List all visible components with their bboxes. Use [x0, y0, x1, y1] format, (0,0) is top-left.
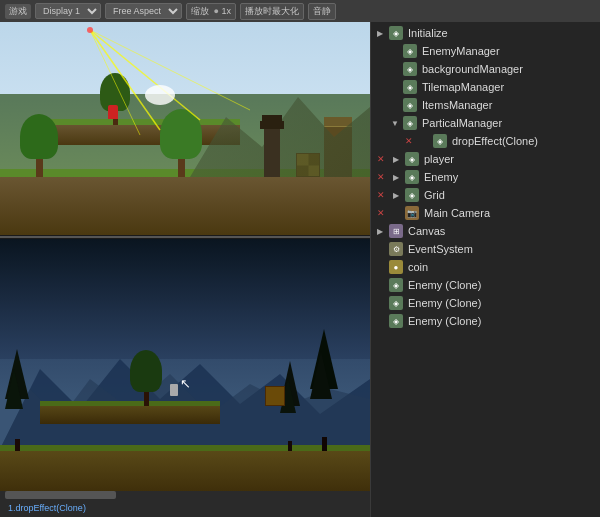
svg-line-0 — [90, 30, 200, 120]
hierarchy-item-enemy[interactable]: ✕ ▶ ◈ Enemy — [371, 168, 600, 186]
hierarchy-item-eventsystem[interactable]: ⚙ EventSystem — [371, 240, 600, 258]
item-icon-enemy_clone3: ◈ — [389, 314, 403, 328]
item-icon-grid: ◈ — [405, 188, 419, 202]
item-icon-enemy_clone1: ◈ — [389, 278, 403, 292]
scene-pagoda — [264, 127, 280, 177]
item-label-enemy_clone3: Enemy (Clone) — [408, 315, 481, 327]
item-icon-enemy: ◈ — [405, 170, 419, 184]
item-label-tilemapmanager: TilemapManager — [422, 81, 504, 93]
item-icon-initialize: ◈ — [389, 26, 403, 40]
x-icon-enemy: ✕ — [377, 172, 389, 182]
game-crate — [265, 386, 285, 406]
hierarchy-item-coin[interactable]: ● coin — [371, 258, 600, 276]
hierarchy-item-player[interactable]: ✕ ▶ ◈ player — [371, 150, 600, 168]
x-icon-player: ✕ — [377, 154, 389, 164]
hierarchy-item-tilemapmanager[interactable]: ◈ TilemapManager — [371, 78, 600, 96]
svg-line-1 — [90, 30, 160, 130]
item-icon-player: ◈ — [405, 152, 419, 166]
hierarchy-item-canvas[interactable]: ▶ ⊞ Canvas — [371, 222, 600, 240]
scene-cloud-effect — [145, 85, 175, 105]
hierarchy-item-grid[interactable]: ✕ ▶ ◈ Grid — [371, 186, 600, 204]
game-cursor: ↖ — [180, 376, 191, 391]
item-icon-canvas: ⊞ — [389, 224, 403, 238]
hierarchy-body: ▶ ◈ Initialize ◈ EnemyManager ◈ backgrou… — [371, 22, 600, 517]
item-label-player: player — [424, 153, 454, 165]
hierarchy-item-particalmanager[interactable]: ▼ ◈ ParticalManager — [371, 114, 600, 132]
display-select[interactable]: Display 1 — [35, 3, 101, 19]
item-label-initialize: Initialize — [408, 27, 448, 39]
item-icon-eventsystem: ⚙ — [389, 242, 403, 256]
hierarchy-item-enemymanager[interactable]: ◈ EnemyManager — [371, 42, 600, 60]
item-label-canvas: Canvas — [408, 225, 445, 237]
zoom-btn[interactable]: 缩放 ● 1x — [186, 3, 236, 20]
game-tree-2 — [280, 361, 300, 451]
item-icon-coin: ● — [389, 260, 403, 274]
left-panel: 场景 2D 灯光 音频 特效 叠加 ⋮ — [0, 0, 370, 517]
item-label-enemy: Enemy — [424, 171, 458, 183]
game-player — [170, 384, 178, 396]
item-label-grid: Grid — [424, 189, 445, 201]
main-layout: 场景 2D 灯光 音频 特效 叠加 ⋮ — [0, 0, 600, 517]
game-tree-1 — [5, 349, 29, 451]
mute-btn[interactable]: 音静 — [308, 3, 336, 20]
hierarchy-item-enemy_clone1[interactable]: ◈ Enemy (Clone) — [371, 276, 600, 294]
x-icon-maincamera: ✕ — [377, 208, 389, 218]
game-platform-tree — [130, 350, 162, 406]
item-label-itemsmanager: ItemsManager — [422, 99, 492, 111]
item-icon-enemy_clone2: ◈ — [389, 296, 403, 310]
item-label-dropeffectclone: dropEffect(Clone) — [452, 135, 538, 147]
scene-bg — [0, 0, 370, 235]
svg-line-3 — [90, 30, 140, 135]
item-icon-backgroundmanager: ◈ — [403, 62, 417, 76]
x-icon-dropeffectclone: ✕ — [405, 136, 417, 146]
playmax-btn[interactable]: 播放时最大化 — [240, 3, 304, 20]
game-view: ↖ — [0, 239, 370, 499]
item-icon-itemsmanager: ◈ — [403, 98, 417, 112]
game-bg: ↖ — [0, 239, 370, 499]
scene-view[interactable]: 场景 2D 灯光 音频 特效 叠加 ⋮ — [0, 0, 370, 235]
status-item: 1.dropEffect(Clone) — [8, 503, 86, 513]
hierarchy-item-enemy_clone3[interactable]: ◈ Enemy (Clone) — [371, 312, 600, 330]
hierarchy-item-maincamera[interactable]: ✕ 📷 Main Camera — [371, 204, 600, 222]
aspect-select[interactable]: Free Aspect — [105, 3, 182, 19]
game-toolbar: 游戏 Display 1 Free Aspect 缩放 ● 1x 播放时最大化 … — [0, 0, 600, 22]
scene-player — [108, 105, 118, 119]
hierarchy-item-backgroundmanager[interactable]: ◈ backgroundManager — [371, 60, 600, 78]
hierarchy-item-enemy_clone2[interactable]: ◈ Enemy (Clone) — [371, 294, 600, 312]
item-icon-enemymanager: ◈ — [403, 44, 417, 58]
hierarchy-panel: ▼ SampleScene ▶ ◈ Initialize ◈ EnemyMana… — [370, 0, 600, 517]
game-platform — [40, 404, 220, 424]
item-label-maincamera: Main Camera — [424, 207, 490, 219]
item-icon-maincamera: 📷 — [405, 206, 419, 220]
item-label-particalmanager: ParticalManager — [422, 117, 502, 129]
x-icon-grid: ✕ — [377, 190, 389, 200]
item-label-eventsystem: EventSystem — [408, 243, 473, 255]
item-label-enemymanager: EnemyManager — [422, 45, 500, 57]
game-label: 游戏 — [5, 4, 31, 19]
item-label-backgroundmanager: backgroundManager — [422, 63, 523, 75]
game-scrollbar[interactable] — [0, 491, 370, 499]
item-icon-dropeffectclone: ◈ — [433, 134, 447, 148]
item-label-enemy_clone2: Enemy (Clone) — [408, 297, 481, 309]
game-tree-3 — [310, 329, 338, 451]
hierarchy-item-itemsmanager[interactable]: ◈ ItemsManager — [371, 96, 600, 114]
hierarchy-item-dropeffectclone[interactable]: ✕ ◈ dropEffect(Clone) — [371, 132, 600, 150]
svg-point-4 — [87, 27, 93, 33]
status-bar: 1.dropEffect(Clone) — [0, 499, 370, 517]
item-icon-tilemapmanager: ◈ — [403, 80, 417, 94]
item-label-enemy_clone1: Enemy (Clone) — [408, 279, 481, 291]
hierarchy-item-initialize[interactable]: ▶ ◈ Initialize — [371, 24, 600, 42]
item-label-coin: coin — [408, 261, 428, 273]
item-icon-particalmanager: ◈ — [403, 116, 417, 130]
